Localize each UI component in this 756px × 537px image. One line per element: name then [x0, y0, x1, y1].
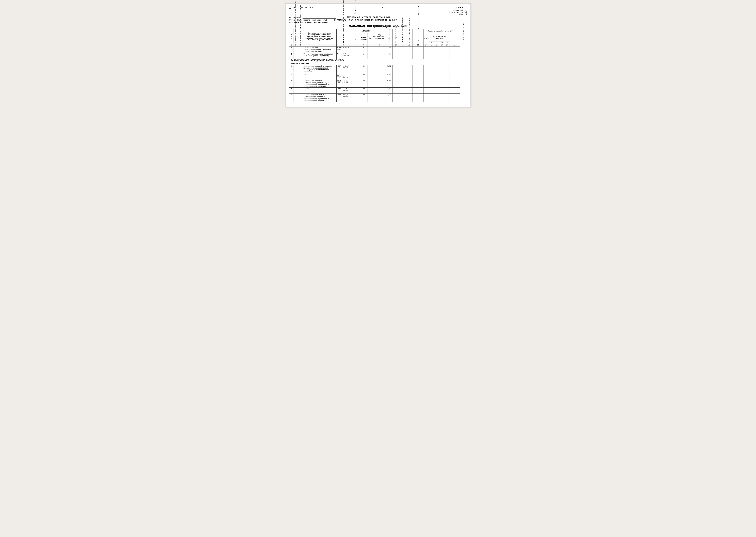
- cell-stock: [406, 73, 413, 79]
- cell-unit-name: м: [360, 47, 368, 53]
- cell-schema: [298, 65, 303, 73]
- title-block: ЗАКАЗНАЯ СПЕЦИФИКАЦИЯ № 5-КИП: [289, 24, 467, 28]
- col-header-q3: III: [439, 41, 444, 44]
- cell-unit-name: м: [360, 53, 368, 59]
- col-header-schema: № позиции по логической схеме; место уст…: [298, 29, 303, 44]
- cell-schema: [298, 94, 303, 102]
- cell-equip-code: [373, 79, 386, 88]
- cell-q1: [429, 53, 434, 59]
- cell-unit-name: КМ: [360, 94, 368, 102]
- object-value: [328, 19, 331, 21]
- cell-manuf: [350, 65, 360, 73]
- cell-blank: [413, 73, 423, 79]
- col-header-on-stock: Ожидаемое на складе на начало планируемо…: [413, 29, 423, 44]
- cell-manuf: [350, 79, 360, 88]
- cell-type: КВВГ 10x1,5мм² ГОСТ 1508-71: [337, 73, 350, 79]
- cell-equip-code: [373, 88, 386, 94]
- cell-total14: [423, 79, 429, 88]
- cell-unit-name: КМ: [360, 79, 368, 88]
- cell-unit-code: [368, 79, 373, 88]
- cell-price: [393, 47, 399, 53]
- cell-name: Труба стальная вологазопроводная, немерн…: [303, 47, 337, 53]
- cell-type: АКВВГ 10x2,5 ГОСТ 1508-71: [337, 94, 350, 102]
- cell-q4: [444, 47, 449, 53]
- table-row: 1Кабель контрольный с медными жилами с п…: [289, 65, 467, 73]
- cell-unit-code: [368, 88, 373, 94]
- cell-pos: [293, 53, 298, 59]
- cell-unit-name: КМ: [360, 65, 368, 73]
- col-header-quarters: в том числе по кварталам: [429, 33, 449, 41]
- cell-num: 5: [289, 94, 293, 102]
- top-right: 15858-21 (продолжение) Всего листов 14 Л…: [449, 7, 467, 15]
- cell-manuf: [350, 88, 360, 94]
- cell-type: АКВВГ 7x2,5 ГОСТ 1508-71: [337, 88, 350, 94]
- cell-q4: [444, 88, 449, 94]
- cell-type: Труба 20 ГОСТ 3262-75: [337, 47, 350, 53]
- col-header-cost: Стоимость всего, тыс. руб.: [460, 29, 467, 44]
- subsection-header-cell: Кабели и провода: [289, 62, 460, 65]
- cell-equip-code: [373, 73, 386, 79]
- col-header-stock: В т.ч. на лимитах по нача-ла-ем: [406, 29, 413, 44]
- cell-q4: [444, 65, 449, 73]
- cell-q3: [439, 47, 444, 53]
- cell-num: 4: [289, 88, 293, 94]
- cell-pos: [293, 65, 298, 73]
- checkbox-icon: [289, 7, 291, 9]
- cell-need2: [399, 73, 406, 79]
- cell-need: 0,34: [386, 79, 393, 88]
- col-header-unit-name: Наиме-нование: [360, 33, 368, 44]
- cell-q2: [434, 65, 439, 73]
- cell-unit-code: [368, 94, 373, 102]
- cell-total14: [423, 94, 429, 102]
- cell-name: Кабель контрольный с алюминиевыми жилами…: [303, 79, 337, 88]
- cell-blank: [413, 65, 423, 73]
- cell-need: 0,08: [386, 94, 393, 102]
- cell-equip-code: [373, 65, 386, 73]
- cell-stock: [406, 53, 413, 59]
- cell-price: [393, 73, 399, 79]
- table-body: 3Труба стальная вологазопроводная, немер…: [289, 47, 467, 102]
- object-description-1: Котельная с тремя водогрейными: [347, 16, 390, 19]
- table-row: 4Труба стальная электросварная, немерной…: [289, 53, 467, 59]
- cell-pos: [293, 47, 298, 53]
- cell-unit-code: [368, 53, 373, 59]
- cell-unit-code: [368, 73, 373, 79]
- cell-q3: [439, 79, 444, 88]
- cell-name: Труба стальная электросварная, немерной …: [303, 53, 337, 59]
- cell-num: 2: [289, 73, 293, 79]
- org-line: Предприятие Котельная с тремя водогрейны…: [289, 16, 467, 19]
- cell-q2: [434, 88, 439, 94]
- cell-total14: [423, 65, 429, 73]
- cell-total14: [423, 47, 429, 53]
- cell-blank: [413, 94, 423, 102]
- cell-q3: [439, 73, 444, 79]
- cell-q2: [434, 73, 439, 79]
- cell-num: 3: [289, 47, 293, 53]
- column-numbers-row: 1 2 3 4 5 6 7 - 8 9 10 11 12 13 14 15 16…: [289, 44, 467, 47]
- section-header-cell: ВСПОМОГАТЕЛЬНОЕ ОБОРУДОВАНИЕ КОТЛОВ КВ-Г…: [289, 59, 460, 62]
- table-row: 3Кабель контрольный с алюминиевыми жилам…: [289, 79, 467, 88]
- top-bar: 903-I-154. Ал.УШ ч. 2 - 102 - 15858-21 (…: [289, 7, 467, 15]
- col-header-q1: I: [429, 41, 434, 44]
- top-left: 903-I-154. Ал.УШ ч. 2: [289, 7, 316, 9]
- total-sheets: Всего листов 14: [449, 11, 467, 13]
- cell-type: КВВГ 4x1,5мм² ГОСТ 1508-71: [337, 65, 350, 73]
- cell-unit-code: [368, 65, 373, 73]
- cell-total14: [423, 53, 429, 59]
- cell-need2: [399, 94, 406, 102]
- object-line-3: для закрытой системы теплоснабжения: [289, 21, 467, 23]
- cell-q4: [444, 79, 449, 88]
- document-number: 15858-21: [449, 7, 467, 9]
- col-header-manuf: Завод-изготовитель (для импортного обору…: [350, 29, 360, 44]
- cell-cost: [449, 47, 460, 53]
- cell-need2: [399, 88, 406, 94]
- cell-price: [393, 79, 399, 88]
- cell-num: 4: [289, 53, 293, 59]
- cell-unit-code: [368, 47, 373, 53]
- cell-name: Кабель контрольный с алюминиевыми жилами…: [303, 94, 337, 102]
- cell-q4: [444, 53, 449, 59]
- cell-blank: [413, 53, 423, 59]
- cell-type: АКВВГ 4x2,5 ГОСТ 1508-71: [337, 79, 350, 88]
- page: 903-I-154. Ал.УШ ч. 2 - 102 - 15858-21 (…: [285, 3, 471, 107]
- col-header-price: Цена единицы, тыс. руб.: [393, 29, 399, 44]
